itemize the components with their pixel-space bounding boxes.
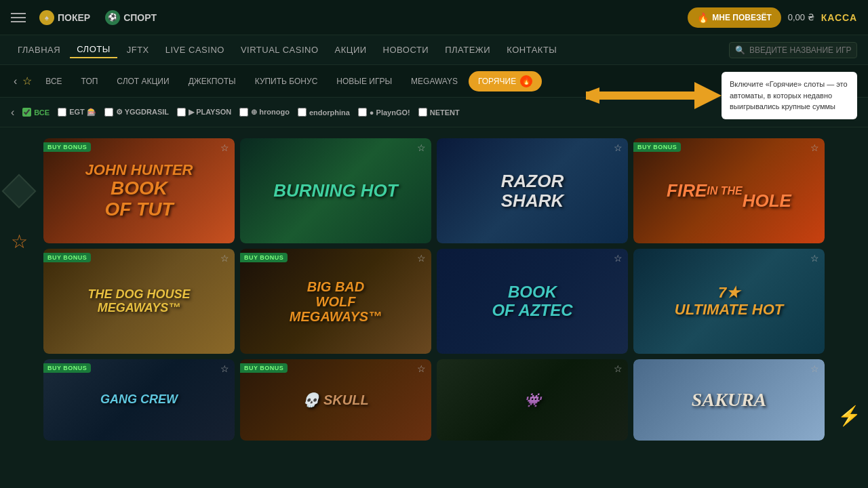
fav-icon-pifagor[interactable]: ☆ — [417, 363, 426, 374]
fav-icon-razor-shark[interactable]: ☆ — [614, 142, 623, 153]
nav-contacts[interactable]: КОНТАКТЫ — [500, 42, 564, 58]
provider-yggdrasil[interactable]: ⚙ YGGDRASIL — [104, 108, 169, 117]
provider-playson-checkbox[interactable] — [177, 108, 186, 117]
kassa-button[interactable]: КАССА — [821, 12, 857, 23]
nav-slots[interactable]: СЛОТЫ — [70, 41, 117, 58]
fav-icon-dog-house[interactable]: ☆ — [220, 253, 229, 264]
provider-netent[interactable]: NETENT — [418, 108, 460, 117]
game-card-fire-hole[interactable]: FIREIN THEHOLE BUY BONUS ☆ — [633, 138, 825, 243]
game-title-big-bad-wolf: BIG BADWOLFMEGAWAYS™ — [240, 249, 431, 354]
filter-slot-promo[interactable]: СЛОТ АКЦИИ — [108, 73, 177, 90]
hot-badge-icon: 🔥 — [520, 75, 532, 87]
filter-hot[interactable]: ГОРЯЧИЕ 🔥 — [469, 71, 542, 92]
luck-button[interactable]: 🔥 МНЕ ПОВЕЗЁТ — [688, 7, 781, 28]
nav-home[interactable]: ГЛАВНАЯ — [11, 42, 67, 58]
provider-endorphina-checkbox[interactable] — [298, 108, 307, 117]
filter-all[interactable]: ВСЕ — [37, 73, 70, 90]
game-card-unknown1[interactable]: 👾 ☆ — [437, 359, 628, 441]
game-card-dog-house[interactable]: THE DOG HOUSEMEGAWAYS™ BUY BONUS ☆ — [43, 249, 235, 354]
buy-bonus-badge-pig: BUY BONUS — [240, 363, 288, 373]
tooltip-arrow — [586, 82, 722, 109]
game-title-ultimate-hot: 7★ULTIMATE HOT — [633, 249, 825, 354]
game-card-book-of-tut[interactable]: JOHN HUNTERBOOKOF TUT BUY BONUS ☆ — [43, 138, 235, 243]
filter-new-games[interactable]: НОВЫЕ ИГРЫ — [328, 73, 400, 90]
game-title-sakura: SAKURA — [633, 359, 825, 441]
nav-payments[interactable]: ПЛАТЕЖИ — [438, 42, 497, 58]
fav-icon-book-aztec[interactable]: ☆ — [614, 253, 623, 264]
fav-icon-unknown1[interactable]: ☆ — [614, 363, 623, 374]
sport-logo[interactable]: ⚽ СПОРТ — [105, 10, 157, 25]
game-title-dog-house: THE DOG HOUSEMEGAWAYS™ — [43, 249, 235, 354]
favorites-left-icon[interactable]: ☆ — [11, 230, 28, 253]
provider-playngo-label: ● PlaynGO! — [370, 108, 410, 117]
game-card-burning-hot[interactable]: BURNING HOT ☆ — [240, 138, 431, 243]
search-input[interactable] — [749, 45, 851, 55]
nav-live-casino[interactable]: LIVE CASINO — [159, 42, 231, 58]
poker-logo[interactable]: ♠ ПОКЕР — [39, 10, 90, 25]
provider-scroll-left[interactable]: ‹ — [11, 106, 14, 119]
right-sidebar: ⚡ — [830, 138, 868, 441]
provider-egt-checkbox[interactable] — [58, 108, 66, 117]
filter-jackpots[interactable]: ДЖЕКПОТЫ — [180, 73, 244, 90]
provider-playngo[interactable]: ● PlaynGO! — [358, 108, 410, 117]
provider-hronogo-checkbox[interactable] — [239, 108, 248, 117]
brand-logo: ♠ ПОКЕР ⚽ СПОРТ — [39, 10, 157, 25]
game-card-razor-shark[interactable]: RAZORSHARK ☆ — [437, 138, 628, 243]
provider-netent-label: NETENT — [430, 108, 460, 117]
filter-buy-bonus[interactable]: КУПИТЬ БОНУС — [247, 73, 326, 90]
provider-yggdrasil-checkbox[interactable] — [104, 108, 113, 117]
game-card-ultimate-hot[interactable]: 7★ULTIMATE HOT ☆ — [633, 249, 825, 354]
game-card-book-aztec[interactable]: BOOKOF AZTEC ☆ — [437, 249, 628, 354]
fav-icon-book-of-tut[interactable]: ☆ — [220, 142, 229, 153]
favorites-star[interactable]: ☆ — [22, 75, 32, 87]
search-icon: 🔍 — [735, 45, 745, 55]
game-search[interactable]: 🔍 — [729, 42, 857, 58]
poker-label: ПОКЕР — [58, 12, 90, 23]
game-card-pifagor[interactable]: 💀 SKULL BUY BONUS ☆ — [240, 359, 431, 441]
hamburger-menu[interactable] — [11, 13, 26, 22]
game-card-big-bad-wolf[interactable]: BIG BADWOLFMEGAWAYS™ BUY BONUS ☆ — [240, 249, 431, 354]
fav-icon-sakura[interactable]: ☆ — [810, 363, 819, 374]
provider-netent-checkbox[interactable] — [418, 108, 427, 117]
luck-label: МНЕ ПОВЕЗЁТ — [712, 13, 772, 22]
hot-tooltip-text: Включите «Горячие» слоты — это автоматы,… — [722, 72, 857, 119]
provider-playson-label: ▶ PLAYSON — [189, 108, 231, 117]
fav-icon-big-bad-wolf[interactable]: ☆ — [417, 253, 426, 264]
main-content: ☆ JOHN HUNTERBOOKOF TUT BUY BONUS ☆ BURN… — [0, 127, 868, 451]
filter-top[interactable]: ТОП — [73, 73, 106, 90]
game-title-burning-hot: BURNING HOT — [240, 138, 431, 243]
poker-icon: ♠ — [39, 10, 54, 25]
provider-endorphina[interactable]: endorphina — [298, 108, 350, 117]
provider-playson[interactable]: ▶ PLAYSON — [177, 108, 231, 117]
buy-bonus-badge-fire: BUY BONUS — [633, 142, 681, 152]
game-title-razor-shark: RAZORSHARK — [437, 138, 628, 243]
buy-bonus-badge: BUY BONUS — [43, 142, 91, 152]
fav-icon-fire-hole[interactable]: ☆ — [810, 142, 819, 153]
fav-icon-ultimate-hot[interactable]: ☆ — [810, 253, 819, 264]
provider-playngo-checkbox[interactable] — [358, 108, 367, 117]
game-card-sakura[interactable]: SAKURA ☆ — [633, 359, 825, 441]
nav-promotions[interactable]: АКЦИИ — [328, 42, 374, 58]
sport-label: СПОРТ — [123, 12, 157, 23]
provider-all-label: ВСЕ — [34, 108, 50, 117]
nav-jftx[interactable]: JFTX — [120, 42, 156, 58]
provider-hronogo[interactable]: ⊕ hronogo — [239, 108, 290, 117]
fav-icon-gang-crew[interactable]: ☆ — [220, 363, 229, 374]
fav-icon-burning-hot[interactable]: ☆ — [417, 142, 426, 153]
filter-scroll-left[interactable]: ‹ — [11, 75, 20, 87]
game-card-gang-crew[interactable]: GANG CREW BUY BONUS ☆ — [43, 359, 235, 441]
provider-all-checkbox[interactable] — [22, 108, 31, 117]
filter-bar: ‹ ☆ ВСЕ ТОП СЛОТ АКЦИИ ДЖЕКПОТЫ КУПИТЬ Б… — [0, 65, 868, 98]
buy-bonus-badge-dog: BUY BONUS — [43, 253, 91, 262]
diamond-nav-left[interactable] — [2, 174, 37, 209]
provider-all[interactable]: ВСЕ — [22, 108, 50, 117]
sport-icon: ⚽ — [105, 10, 120, 25]
filter-megaways[interactable]: MEGAWAYS — [403, 73, 466, 90]
top-nav: ♠ ПОКЕР ⚽ СПОРТ 🔥 МНЕ ПОВЕЗЁТ 0,00 ₴ КАС… — [0, 0, 868, 35]
nav-news[interactable]: НОВОСТИ — [376, 42, 436, 58]
provider-egt[interactable]: EGT 🎰 — [58, 108, 96, 117]
nav-virtual-casino[interactable]: VIRTUAL CASINO — [234, 42, 326, 58]
provider-endorphina-label: endorphina — [309, 108, 350, 117]
lightning-icon-right[interactable]: ⚡ — [837, 405, 861, 427]
balance-display: 0,00 ₴ — [788, 12, 814, 22]
